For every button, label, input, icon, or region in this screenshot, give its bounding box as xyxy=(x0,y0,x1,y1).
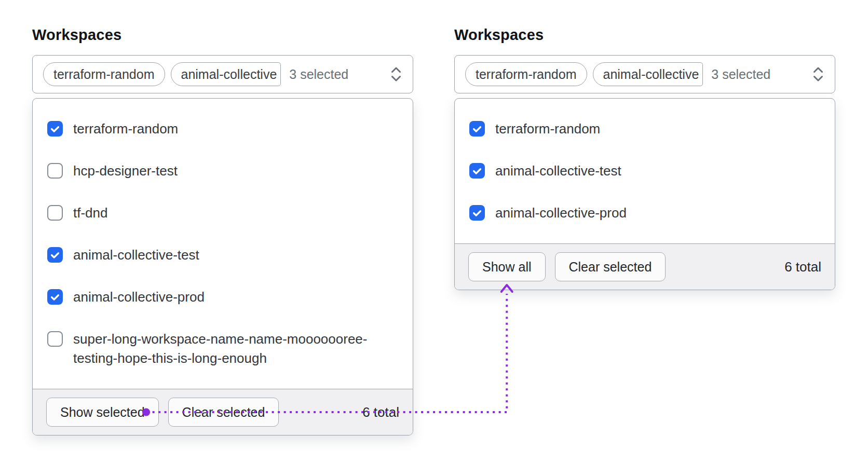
workspace-option-row[interactable]: animal-collective-prod xyxy=(455,192,835,234)
selected-count: 3 selected xyxy=(711,67,770,82)
selected-tags: terraform-randomanimal-collective xyxy=(465,62,703,86)
options-list: terraform-randomanimal-collective-testan… xyxy=(455,99,835,243)
selected-tags: terraform-randomanimal-collective xyxy=(43,62,281,86)
workspace-tag: terraform-random xyxy=(465,62,587,86)
clear-selected-button[interactable]: Clear selected xyxy=(168,398,279,427)
option-label: terraform-random xyxy=(73,119,178,139)
workspace-option-row[interactable]: terraform-random xyxy=(33,108,413,150)
checkbox-checked[interactable] xyxy=(47,289,63,305)
listbox-footer: Show selected Clear selected 6 total xyxy=(33,389,413,435)
multiselect-trigger[interactable]: terraform-randomanimal-collective 3 sele… xyxy=(454,55,835,93)
workspaces-multiselect-after: Workspaces terraform-randomanimal-collec… xyxy=(454,26,835,290)
chevron-up-down-icon xyxy=(812,65,824,83)
option-label: tf-dnd xyxy=(73,203,108,223)
option-label: animal-collective-prod xyxy=(73,288,205,307)
checkbox-checked[interactable] xyxy=(469,163,485,179)
field-label: Workspaces xyxy=(454,26,835,44)
show-all-button[interactable]: Show all xyxy=(468,252,546,281)
workspace-option-row[interactable]: terraform-random xyxy=(455,108,835,150)
checkbox-checked[interactable] xyxy=(47,121,63,137)
selected-count: 3 selected xyxy=(289,67,348,82)
show-selected-button[interactable]: Show selected xyxy=(46,398,159,427)
workspace-tag: terraform-random xyxy=(43,62,165,86)
clear-selected-button[interactable]: Clear selected xyxy=(555,252,666,281)
listbox-footer: Show all Clear selected 6 total xyxy=(455,243,835,290)
workspace-tag: animal-collective xyxy=(171,62,281,86)
total-count: 6 total xyxy=(784,259,821,275)
option-label: animal-collective-test xyxy=(73,246,199,265)
workspace-option-row[interactable]: animal-collective-test xyxy=(33,234,413,276)
chevron-up-down-icon xyxy=(390,65,402,83)
total-count: 6 total xyxy=(362,404,399,420)
workspace-tag: animal-collective xyxy=(593,62,703,86)
option-label: super-long-workspace-name-name-moooooore… xyxy=(73,330,398,368)
checkbox-unchecked[interactable] xyxy=(47,205,63,221)
option-label: terraform-random xyxy=(495,119,600,139)
workspace-option-row[interactable]: hcp-designer-test xyxy=(33,150,413,192)
option-label: animal-collective-prod xyxy=(495,203,627,223)
workspace-option-row[interactable]: animal-collective-test xyxy=(455,150,835,192)
checkbox-checked[interactable] xyxy=(469,205,485,221)
options-list: terraform-randomhcp-designer-testtf-dnda… xyxy=(33,99,413,389)
workspace-option-row[interactable]: tf-dnd xyxy=(33,192,413,234)
checkbox-unchecked[interactable] xyxy=(47,163,63,179)
checkbox-checked[interactable] xyxy=(47,247,63,263)
checkbox-unchecked[interactable] xyxy=(47,331,63,347)
options-listbox: terraform-randomhcp-designer-testtf-dnda… xyxy=(32,98,413,435)
workspaces-multiselect-before: Workspaces terraform-randomanimal-collec… xyxy=(32,26,413,435)
checkbox-checked[interactable] xyxy=(469,121,485,137)
option-label: hcp-designer-test xyxy=(73,161,178,181)
options-listbox: terraform-randomanimal-collective-testan… xyxy=(454,98,835,290)
workspace-option-row[interactable]: animal-collective-prod xyxy=(33,276,413,318)
field-label: Workspaces xyxy=(32,26,413,44)
option-label: animal-collective-test xyxy=(495,161,621,181)
workspace-option-row[interactable]: super-long-workspace-name-name-moooooore… xyxy=(33,318,413,379)
multiselect-trigger[interactable]: terraform-randomanimal-collective 3 sele… xyxy=(32,55,413,93)
